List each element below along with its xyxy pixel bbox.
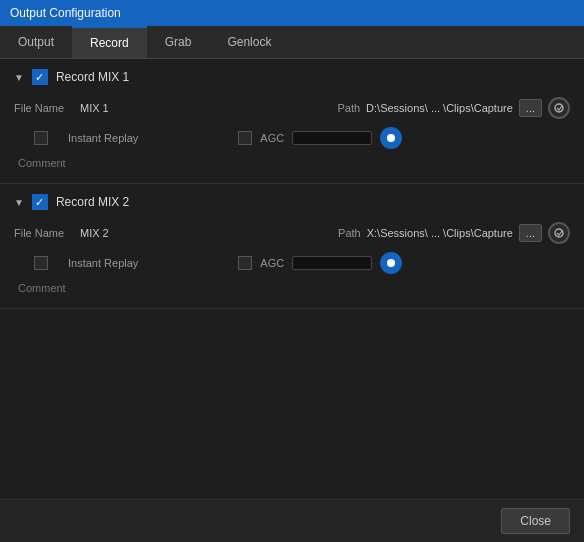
mix2-comment-row: Comment — [14, 282, 570, 294]
mix2-agc-toggle[interactable] — [380, 252, 402, 274]
mix2-record-button[interactable] — [548, 222, 570, 244]
mix2-agc-section: AGC — [238, 252, 402, 274]
mix2-path-value: X:\Sessions\ ... \Clips\Capture — [367, 227, 513, 239]
mix2-main-row: File Name MIX 2 Path X:\Sessions\ ... \C… — [14, 222, 570, 244]
mix1-comment-label: Comment — [18, 157, 66, 169]
title-text: Output Configuration — [10, 6, 121, 20]
mix1-comment-row: Comment — [14, 157, 570, 169]
mix2-filename-value: MIX 2 — [80, 227, 120, 239]
mix1-agc-toggle[interactable] — [380, 127, 402, 149]
mix2-instant-replay-check[interactable] — [34, 256, 48, 270]
mix1-path-label: Path — [337, 102, 360, 114]
mix1-path-value: D:\Sessions\ ... \Clips\Capture — [366, 102, 513, 114]
mix1-options-row: Instant Replay AGC — [14, 127, 570, 149]
mix1-section: ▼ Record MIX 1 File Name MIX 1 Path D:\S… — [0, 59, 584, 184]
mix1-title: Record MIX 1 — [56, 70, 129, 84]
mix2-path-label: Path — [338, 227, 361, 239]
tabs-bar: Output Record Grab Genlock — [0, 26, 584, 59]
mix1-record-button[interactable] — [548, 97, 570, 119]
mix2-agc-checkbox[interactable] — [238, 256, 252, 270]
mix2-browse-button[interactable]: ... — [519, 224, 542, 242]
footer: Close — [0, 499, 584, 542]
mix2-section: ▼ Record MIX 2 File Name MIX 2 Path X:\S… — [0, 184, 584, 309]
close-button[interactable]: Close — [501, 508, 570, 534]
mix1-main-row: File Name MIX 1 Path D:\Sessions\ ... \C… — [14, 97, 570, 119]
mix1-agc-section: AGC — [238, 127, 402, 149]
mix2-header: ▼ Record MIX 2 — [14, 194, 570, 210]
mix1-filename-value: MIX 1 — [80, 102, 120, 114]
mix2-path-section: Path X:\Sessions\ ... \Clips\Capture ... — [338, 222, 570, 244]
mix2-instant-replay-label: Instant Replay — [68, 257, 138, 269]
mix1-instant-replay-label: Instant Replay — [68, 132, 138, 144]
mix2-agc-label: AGC — [260, 257, 284, 269]
mix2-title: Record MIX 2 — [56, 195, 129, 209]
mix2-options-row: Instant Replay AGC — [14, 252, 570, 274]
mix1-instant-replay-check[interactable] — [34, 131, 48, 145]
mix1-chevron[interactable]: ▼ — [14, 72, 24, 83]
tab-output[interactable]: Output — [0, 26, 72, 58]
mix2-checkbox[interactable] — [32, 194, 48, 210]
title-bar: Output Configuration — [0, 0, 584, 26]
mix2-filename-label: File Name — [14, 227, 74, 239]
tab-record[interactable]: Record — [72, 26, 147, 58]
mix2-agc-bar — [292, 256, 372, 270]
mix1-checkbox[interactable] — [32, 69, 48, 85]
mix1-agc-checkbox[interactable] — [238, 131, 252, 145]
mix1-filename-label: File Name — [14, 102, 74, 114]
mix2-chevron[interactable]: ▼ — [14, 197, 24, 208]
content-area: ▼ Record MIX 1 File Name MIX 1 Path D:\S… — [0, 59, 584, 535]
tab-grab[interactable]: Grab — [147, 26, 210, 58]
mix1-path-section: Path D:\Sessions\ ... \Clips\Capture ... — [337, 97, 570, 119]
mix1-browse-button[interactable]: ... — [519, 99, 542, 117]
mix2-comment-label: Comment — [18, 282, 66, 294]
mix1-agc-label: AGC — [260, 132, 284, 144]
mix1-agc-bar — [292, 131, 372, 145]
mix1-header: ▼ Record MIX 1 — [14, 69, 570, 85]
tab-genlock[interactable]: Genlock — [209, 26, 289, 58]
